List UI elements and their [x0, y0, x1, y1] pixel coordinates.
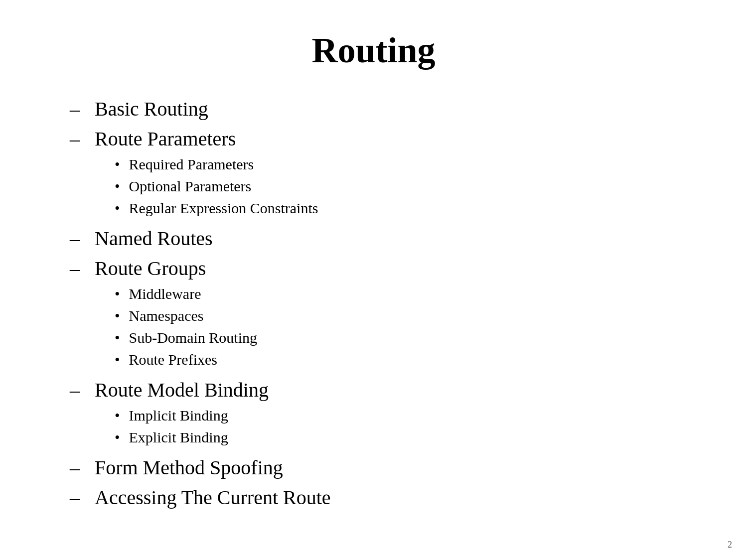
- top-level-list: – Basic Routing – Route Parameters • Req…: [70, 96, 707, 511]
- list-item: • Implicit Binding: [95, 405, 269, 426]
- content-area: – Basic Routing – Route Parameters • Req…: [40, 96, 707, 540]
- list-item: – Named Routes: [70, 226, 707, 252]
- bullet-icon: •: [115, 327, 120, 348]
- dash-icon: –: [70, 256, 80, 281]
- page-container: Routing – Basic Routing – Route Paramete…: [0, 0, 747, 560]
- sub-item-label-sub-domain-routing: Sub-Domain Routing: [129, 327, 258, 348]
- list-item: • Namespaces: [95, 305, 257, 326]
- item-label-route-groups: Route Groups: [95, 256, 257, 281]
- list-item: • Middleware: [95, 283, 257, 304]
- item-block-route-groups: Route Groups • Middleware • Namespaces •: [95, 256, 257, 373]
- list-item: • Route Prefixes: [95, 349, 257, 370]
- bullet-icon: •: [115, 305, 120, 326]
- item-block-route-parameters: Route Parameters • Required Parameters •…: [95, 126, 318, 222]
- bullet-icon: •: [115, 427, 120, 448]
- list-item: • Explicit Binding: [95, 427, 269, 448]
- list-item: – Form Method Spoofing: [70, 455, 707, 481]
- dash-icon: –: [70, 455, 80, 481]
- sub-item-label-route-prefixes: Route Prefixes: [129, 349, 217, 370]
- sub-list-route-groups: • Middleware • Namespaces • Sub-Domain R…: [95, 283, 257, 371]
- item-label-route-parameters: Route Parameters: [95, 126, 318, 152]
- sub-list-route-model-binding: • Implicit Binding • Explicit Binding: [95, 405, 269, 449]
- bullet-icon: •: [115, 405, 120, 426]
- bullet-icon: •: [115, 176, 120, 197]
- sub-item-label-explicit-binding: Explicit Binding: [129, 427, 228, 448]
- dash-icon: –: [70, 96, 80, 122]
- item-label-route-model-binding: Route Model Binding: [95, 377, 269, 403]
- bullet-icon: •: [115, 198, 120, 219]
- sub-list-route-parameters: • Required Parameters • Optional Paramet…: [95, 154, 318, 220]
- list-item: – Accessing The Current Route: [70, 485, 707, 511]
- sub-item-label-middleware: Middleware: [129, 283, 201, 304]
- list-item: – Route Model Binding • Implicit Binding…: [70, 377, 707, 451]
- item-label-basic-routing: Basic Routing: [95, 96, 208, 122]
- list-item: – Route Groups • Middleware • Namespaces: [70, 256, 707, 373]
- bullet-icon: •: [115, 349, 120, 370]
- dash-icon: –: [70, 485, 80, 511]
- list-item: • Regular Expression Constraints: [95, 198, 318, 219]
- dash-icon: –: [70, 226, 80, 252]
- bullet-icon: •: [115, 283, 120, 304]
- list-item: – Basic Routing: [70, 96, 707, 122]
- item-label-named-routes: Named Routes: [95, 226, 213, 252]
- dash-icon: –: [70, 126, 80, 152]
- list-item: – Route Parameters • Required Parameters…: [70, 126, 707, 222]
- sub-item-label-implicit-binding: Implicit Binding: [129, 405, 228, 426]
- bullet-icon: •: [115, 154, 120, 175]
- dash-icon: –: [70, 377, 80, 403]
- sub-item-label-optional-parameters: Optional Parameters: [129, 176, 252, 197]
- item-block-route-model-binding: Route Model Binding • Implicit Binding •…: [95, 377, 269, 451]
- sub-item-label-namespaces: Namespaces: [129, 305, 204, 326]
- page-title: Routing: [40, 30, 707, 71]
- list-item: • Sub-Domain Routing: [95, 327, 257, 348]
- sub-item-label-regex-constraints: Regular Expression Constraints: [129, 198, 318, 219]
- page-number: 2: [728, 540, 732, 550]
- list-item: • Required Parameters: [95, 154, 318, 175]
- item-label-accessing-current-route: Accessing The Current Route: [95, 485, 331, 511]
- list-item: • Optional Parameters: [95, 176, 318, 197]
- sub-item-label-required-parameters: Required Parameters: [129, 154, 254, 175]
- item-label-form-method-spoofing: Form Method Spoofing: [95, 455, 283, 481]
